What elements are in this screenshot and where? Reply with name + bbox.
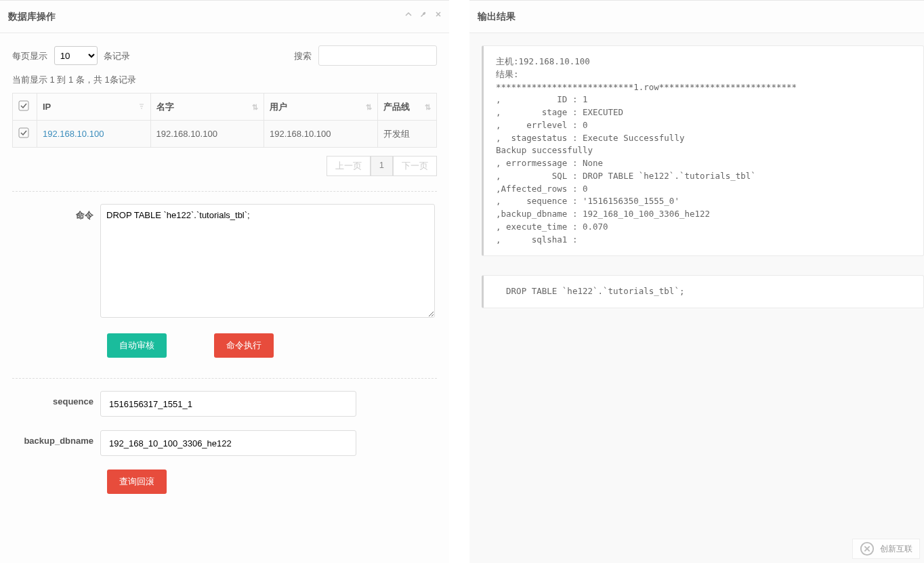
header-product[interactable]: 产品线 ⇅	[377, 93, 436, 121]
checkbox-checked-icon	[18, 100, 29, 111]
search-input[interactable]	[318, 45, 437, 66]
output-sql-block: DROP TABLE `he122`.`tutorials_tbl`;	[482, 275, 924, 308]
prev-page-button[interactable]: 上一页	[327, 156, 371, 176]
logo-icon	[860, 541, 875, 556]
command-textarea[interactable]	[100, 204, 435, 318]
page-1-button[interactable]: 1	[371, 156, 393, 176]
pagination: 上一页 1 下一页	[12, 156, 437, 176]
right-panel: 输出结果 主机:192.168.10.100 结果: *************…	[469, 0, 924, 563]
svg-rect-0	[19, 101, 28, 110]
sort-icon: ⇅	[252, 102, 258, 111]
cell-product: 开发组	[377, 121, 436, 148]
table-row: 192.168.10.100 192.168.10.100 192.168.10…	[13, 121, 437, 148]
svg-rect-1	[19, 128, 28, 138]
hosts-table: IP 名字 ⇅ 用户 ⇅	[12, 93, 437, 148]
header-name[interactable]: 名字 ⇅	[150, 93, 264, 121]
next-page-button[interactable]: 下一页	[393, 156, 437, 176]
left-panel-header: 数据库操作	[0, 1, 449, 33]
output-result-block: 主机:192.168.10.100 结果: ******************…	[482, 45, 924, 256]
backup-dbname-input[interactable]	[100, 430, 356, 456]
sort-desc-icon	[138, 102, 145, 112]
records-info: 当前显示 1 到 1 条，共 1条记录	[12, 74, 437, 86]
sort-icon: ⇅	[366, 102, 372, 111]
divider	[12, 191, 437, 192]
page-size-select[interactable]: 10	[54, 46, 98, 65]
header-user[interactable]: 用户 ⇅	[264, 93, 378, 121]
close-icon[interactable]	[434, 10, 442, 20]
collapse-icon[interactable]	[404, 10, 413, 20]
cell-ip-link[interactable]: 192.168.10.100	[43, 129, 104, 139]
query-rollback-button[interactable]: 查询回滚	[107, 470, 167, 494]
cmd-label: 命令	[12, 204, 100, 222]
auto-review-button[interactable]: 自动审核	[107, 333, 167, 358]
divider	[12, 378, 437, 379]
search-label: 搜索	[294, 51, 312, 61]
cell-user: 192.168.10.100	[264, 121, 378, 148]
sequence-label: sequence	[12, 391, 100, 406]
cell-name: 192.168.10.100	[150, 121, 264, 148]
header-checkbox-cell[interactable]	[13, 93, 37, 121]
checkbox-checked-icon	[18, 127, 29, 138]
page-size-control: 每页显示 10 条记录	[12, 46, 130, 65]
page-size-prefix: 每页显示	[12, 51, 47, 61]
sort-icon: ⇅	[425, 102, 431, 111]
watermark-text: 创新互联	[880, 543, 912, 555]
search-control: 搜索	[294, 45, 437, 66]
header-ip[interactable]: IP	[37, 93, 151, 121]
watermark: 创新互联	[852, 539, 920, 559]
execute-button[interactable]: 命令执行	[214, 333, 274, 358]
wrench-icon[interactable]	[419, 10, 427, 20]
backup-dbname-label: backup_dbname	[12, 430, 100, 446]
right-panel-header: 输出结果	[469, 1, 924, 33]
sequence-input[interactable]	[100, 391, 356, 417]
page-size-suffix: 条记录	[104, 51, 130, 61]
left-panel-title: 数据库操作	[8, 11, 56, 23]
row-checkbox-cell[interactable]	[13, 121, 37, 148]
left-panel: 数据库操作 每页显示 10 条记录	[0, 0, 449, 563]
right-panel-title: 输出结果	[478, 11, 516, 23]
